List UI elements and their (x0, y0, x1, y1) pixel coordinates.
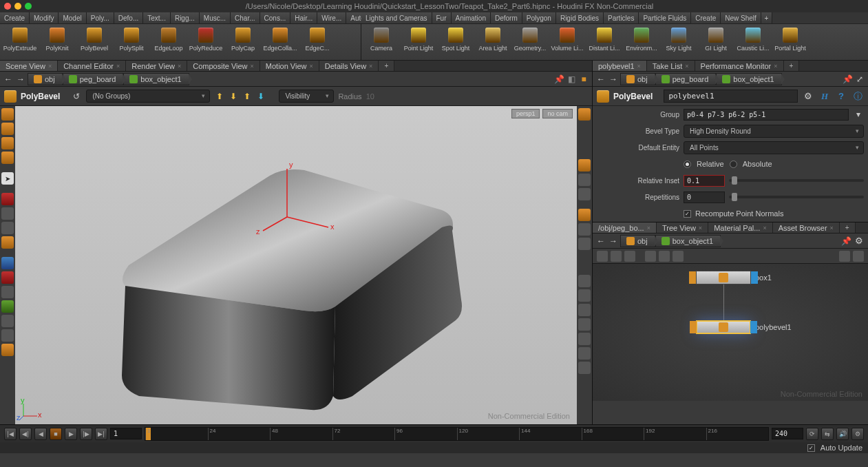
material-icon[interactable] (578, 223, 591, 236)
shelf-tab[interactable]: Wire... (317, 12, 346, 23)
group-menu-icon[interactable]: ▾ (853, 109, 864, 120)
absolute-radio[interactable] (730, 160, 737, 168)
rotate-tool-icon[interactable] (1, 222, 14, 234)
info-icon[interactable]: ⓘ (851, 90, 864, 103)
breadcrumb-segment[interactable]: box_object1 (655, 235, 721, 247)
minimize-window-icon[interactable] (14, 3, 21, 10)
breadcrumb-segment[interactable]: obj (620, 235, 655, 247)
find-node-icon[interactable] (659, 251, 670, 262)
list-mode-icon[interactable] (597, 251, 608, 262)
add-shelf-icon[interactable]: + (761, 12, 772, 23)
shading-menu[interactable]: no cam (542, 109, 573, 118)
flag-icon[interactable]: ■ (578, 74, 589, 85)
shelf-tab[interactable]: Lights and Cameras (361, 12, 432, 23)
brush-icon[interactable] (1, 152, 14, 164)
close-tab-icon[interactable]: × (116, 63, 120, 70)
pin-icon[interactable]: 📌 (840, 236, 851, 247)
zoom-window-icon[interactable] (25, 3, 32, 10)
shelf-tool[interactable]: Area Light (476, 27, 510, 57)
shelf-tool[interactable]: Point Light (401, 27, 436, 57)
range-icon[interactable]: ⇆ (821, 428, 834, 440)
lighting-icon[interactable] (578, 209, 591, 221)
add-node-icon[interactable] (645, 251, 656, 262)
shelf-tab[interactable]: Cons... (260, 12, 291, 23)
shelf-tab[interactable]: Create (0, 12, 30, 23)
play-back-icon[interactable]: ◀ (34, 428, 47, 440)
shelf-tool[interactable]: Distant Li... (587, 27, 622, 57)
breadcrumb-segment[interactable]: obj (28, 73, 63, 85)
shelf-tab[interactable]: Particles (604, 12, 639, 23)
cube-icon[interactable]: ◧ (566, 74, 577, 85)
shelf-tab[interactable]: Musc... (200, 12, 231, 23)
pane-tab[interactable]: Motion View× (260, 61, 319, 71)
add-tab-icon[interactable]: + (379, 61, 394, 71)
op-name-input[interactable] (664, 90, 798, 103)
close-tab-icon[interactable]: × (830, 225, 834, 231)
close-tab-icon[interactable]: × (251, 63, 254, 70)
group-list-icon[interactable] (624, 251, 635, 262)
add-tab-icon[interactable]: + (840, 222, 856, 233)
pin-icon[interactable]: 📌 (842, 74, 853, 85)
normals-icon[interactable] (578, 289, 591, 302)
pane-tab[interactable]: Performance Monitor× (695, 61, 784, 71)
entity-dropdown[interactable]: All Points (684, 141, 864, 154)
close-tab-icon[interactable]: × (699, 225, 702, 231)
realtime-icon[interactable]: ⟳ (806, 428, 818, 440)
shelf-tab[interactable]: Hair... (290, 12, 317, 23)
breadcrumb-segment[interactable]: box_object1 (716, 73, 781, 85)
shelf-tab[interactable]: Rigid Bodies (556, 12, 604, 23)
shelf-tool[interactable]: EdgeC... (300, 27, 335, 57)
point-num-icon[interactable] (578, 347, 591, 360)
shelf-tab[interactable]: Modify (30, 12, 59, 23)
reselect-icon[interactable]: ↺ (71, 91, 82, 102)
sel-toggle-icon[interactable]: ⬆ (242, 91, 253, 102)
recompute-checkbox[interactable] (684, 210, 691, 218)
pane-tab[interactable]: Render View× (126, 61, 187, 71)
pane-tab[interactable]: Take List× (647, 61, 695, 71)
shelf-tool[interactable]: EdgeLoop (151, 27, 186, 57)
inset-input[interactable] (684, 175, 725, 187)
shelf-tool[interactable]: Camera (364, 27, 399, 57)
handle-tool-icon[interactable] (1, 193, 14, 205)
relative-radio[interactable] (684, 160, 691, 168)
shelf-tool[interactable]: PolyExtrude (3, 27, 37, 57)
first-frame-icon[interactable]: |◀ (4, 428, 17, 440)
lasso-icon[interactable] (1, 137, 14, 149)
back-icon[interactable]: ← (3, 74, 14, 85)
arrow-icon[interactable]: ➤ (1, 172, 14, 185)
shelf-tab[interactable]: Particle Fluids (639, 12, 691, 23)
snap-icon[interactable] (1, 257, 14, 269)
pane-tab[interactable]: Tree View× (657, 222, 708, 233)
group-dropdown[interactable]: (No Groups) (86, 90, 210, 103)
pane-tab[interactable]: /obj/peg_bo...× (593, 222, 657, 233)
close-tab-icon[interactable]: × (48, 63, 52, 70)
gear-icon[interactable]: ⚙ (802, 90, 814, 103)
audio-icon[interactable]: 🔊 (836, 428, 849, 440)
prev-key-icon[interactable]: ◀| (19, 428, 32, 440)
shelf-tool[interactable]: Volume Li... (550, 27, 584, 57)
reps-input[interactable] (684, 191, 725, 203)
global-anim-icon[interactable]: ⚙ (851, 428, 864, 440)
forward-icon[interactable]: → (608, 236, 619, 247)
inspect-icon[interactable] (1, 329, 14, 342)
stop-icon[interactable]: ■ (50, 428, 62, 440)
bevel-type-dropdown[interactable]: High Density Round (684, 125, 864, 138)
shelf-tool[interactable]: Environm... (624, 27, 659, 57)
close-tab-icon[interactable]: × (685, 63, 688, 70)
pane-tab[interactable]: Scene View× (0, 61, 58, 71)
shelf-tab[interactable]: Defo... (114, 12, 143, 23)
close-tab-icon[interactable]: × (763, 225, 766, 231)
tree-mode-icon[interactable] (611, 251, 622, 262)
time-ruler[interactable]: 124487296120144168192216 (145, 427, 769, 441)
shelf-tab[interactable]: Text... (143, 12, 171, 23)
pane-tab[interactable]: Composite View× (187, 61, 260, 71)
flipbook-icon[interactable] (1, 344, 14, 356)
sel-add-icon[interactable]: ⬆ (214, 91, 225, 102)
shelf-tab[interactable]: Create (691, 12, 721, 23)
xray-icon[interactable] (578, 238, 591, 250)
back-icon[interactable]: ← (595, 236, 606, 247)
visibility-dropdown[interactable]: Visibility (279, 90, 334, 103)
breadcrumb-segment[interactable]: obj (620, 73, 655, 85)
help-icon[interactable]: ? (835, 90, 847, 103)
scale-tool-icon[interactable] (1, 236, 14, 249)
